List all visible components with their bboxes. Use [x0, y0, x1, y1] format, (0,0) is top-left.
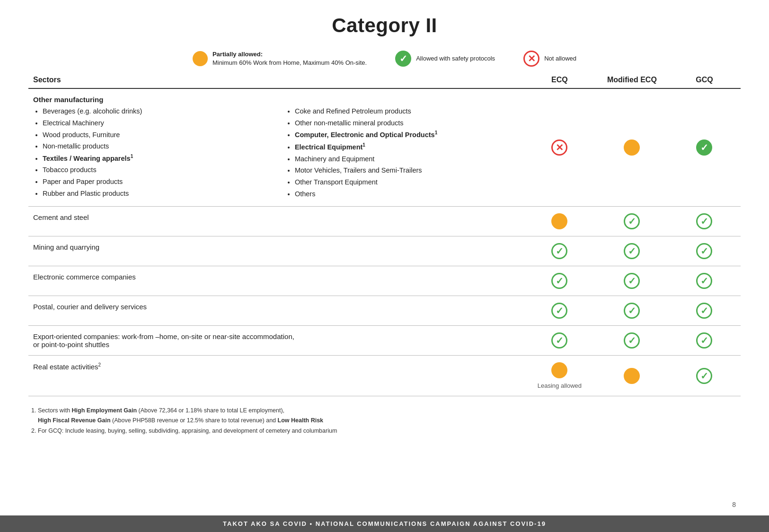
gcq-icon-ecommerce: ✓ [673, 273, 736, 289]
gcq-icon-cell-mining: ✓ [668, 236, 741, 266]
gcq-icon-cell-postal: ✓ [668, 296, 741, 326]
ecq-icon-cell-postal: ✓ [523, 296, 596, 326]
ecq-icon-cement [528, 213, 591, 229]
check-green-outline-icon: ✓ [551, 303, 567, 319]
leasing-label: Leasing allowed [538, 382, 582, 389]
check-green-outline-icon: ✓ [696, 213, 712, 229]
table-row: Cement and steel ✓ ✓ [28, 207, 741, 236]
gcq-icon-cell-ecommerce: ✓ [668, 266, 741, 296]
legend-partial: Partially allowed: Minimum 60% Work from… [193, 50, 367, 67]
list-item: Paper and Paper products [43, 176, 266, 188]
ecq-icon-cell-cement [523, 207, 596, 236]
sector-bold-label: Other manufacturing [33, 96, 519, 104]
sector-postal: Postal, courier and delivery services [28, 296, 523, 326]
modified-ecq-icon-mining: ✓ [601, 243, 663, 259]
partial-icon [193, 51, 208, 66]
page-title: Category II [28, 14, 741, 37]
ecq-icon-ecommerce: ✓ [528, 273, 591, 289]
list-item: Computer, Electronic and Optical Product… [295, 129, 519, 141]
list-item: Textiles / Wearing apparels1 [43, 152, 266, 164]
check-green-outline-icon: ✓ [551, 273, 567, 289]
footnote-1: Sectors with High Employment Gain (Above… [38, 406, 741, 426]
list-item: Tobacco products [43, 164, 266, 176]
modified-ecq-icon-cell-cement: ✓ [596, 207, 668, 236]
ecq-icon-real-estate: Leasing allowed [528, 362, 591, 389]
table-row: Real estate activities2 Leasing allowed [28, 356, 741, 396]
check-green-outline-icon: ✓ [551, 332, 567, 349]
x-red-icon: ✕ [551, 140, 567, 156]
bullet-col-right: Coke and Refined Petroleum products Othe… [285, 105, 519, 200]
gcq-icon-cell-export: ✓ [668, 326, 741, 356]
check-green-outline-icon: ✓ [551, 243, 567, 259]
check-green-outline-icon: ✓ [624, 303, 640, 319]
col-header-sector: Sectors [28, 72, 523, 88]
modified-ecq-icon-real-estate [601, 368, 663, 384]
gcq-icon-mining: ✓ [673, 243, 736, 259]
ecq-icon-export: ✓ [528, 332, 591, 349]
list-item: Beverages (e.g. alcoholic drinks) [43, 105, 266, 117]
list-item: Non-metallic products [43, 140, 266, 152]
check-green-outline-icon: ✓ [624, 273, 640, 289]
modified-ecq-icon-cell-ecommerce: ✓ [596, 266, 668, 296]
check-green-outline-icon: ✓ [696, 273, 712, 289]
legend-not-allowed: ✕ Not allowed [523, 51, 576, 67]
circle-orange-icon [551, 362, 567, 378]
gcq-icon-export: ✓ [673, 332, 736, 349]
modified-ecq-icon-cell-manufacturing [596, 88, 668, 206]
legend-allowed-text: Allowed with safety protocols [416, 54, 495, 63]
modified-ecq-icon-cell-real-estate [596, 356, 668, 396]
modified-ecq-icon-cell-mining: ✓ [596, 236, 668, 266]
ecq-icon-mining: ✓ [528, 243, 591, 259]
gcq-icon-cell-cement: ✓ [668, 207, 741, 236]
page-number: 8 [732, 501, 736, 508]
gcq-icon-cell-real-estate: ✓ [668, 356, 741, 396]
col-header-modified-ecq: Modified ECQ [596, 72, 668, 88]
legend-partial-text: Partially allowed: Minimum 60% Work from… [212, 50, 367, 67]
list-item: Coke and Refined Petroleum products [295, 105, 519, 117]
not-allowed-icon: ✕ [523, 51, 539, 67]
modified-ecq-icon-ecommerce: ✓ [601, 273, 663, 289]
footer-bar: TAKOT AKO SA COVID • NATIONAL COMMUNICAT… [0, 515, 769, 532]
gcq-icon-manufacturing: ✓ [673, 140, 736, 156]
footer-text: TAKOT AKO SA COVID • NATIONAL COMMUNICAT… [223, 520, 546, 527]
table-row: Postal, courier and delivery services ✓ … [28, 296, 741, 326]
check-green-outline-icon: ✓ [696, 303, 712, 319]
allowed-icon: ✓ [395, 51, 411, 67]
check-green-outline-icon: ✓ [624, 243, 640, 259]
list-item: Other Transport Equipment [295, 176, 519, 188]
sector-other-manufacturing: Other manufacturing Beverages (e.g. alco… [28, 88, 523, 206]
sector-real-estate: Real estate activities2 [28, 356, 523, 396]
gcq-icon-cell-manufacturing: ✓ [668, 88, 741, 206]
ecq-icon-cell-ecommerce: ✓ [523, 266, 596, 296]
modified-ecq-icon-postal: ✓ [601, 303, 663, 319]
main-table: Sectors ECQ Modified ECQ GCQ Other manuf… [28, 72, 741, 396]
page-container: Category II Partially allowed: Minimum 6… [0, 0, 769, 532]
modified-ecq-icon-export: ✓ [601, 332, 663, 349]
gcq-icon-postal: ✓ [673, 303, 736, 319]
ecq-icon-postal: ✓ [528, 303, 591, 319]
legend-allowed: ✓ Allowed with safety protocols [395, 51, 495, 67]
list-item: Electrical Machinery [43, 117, 266, 129]
check-green-outline-icon: ✓ [624, 213, 640, 229]
table-header-row: Sectors ECQ Modified ECQ GCQ [28, 72, 741, 88]
list-item: Motor Vehicles, Trailers and Semi-Traile… [295, 165, 519, 176]
list-item: Machinery and Equipment [295, 153, 519, 165]
gcq-icon-cement: ✓ [673, 213, 736, 229]
table-row: Other manufacturing Beverages (e.g. alco… [28, 88, 741, 206]
sector-mining: Mining and quarrying [28, 236, 523, 266]
list-item: Wood products, Furniture [43, 129, 266, 141]
table-row: Mining and quarrying ✓ ✓ ✓ [28, 236, 741, 266]
sector-ecommerce: Electronic commerce companies [28, 266, 523, 296]
modified-ecq-icon-manufacturing [601, 140, 663, 156]
circle-orange-icon [624, 368, 640, 384]
legend-not-allowed-text: Not allowed [544, 54, 576, 63]
list-item: Others [295, 188, 519, 200]
check-green-icon: ✓ [696, 140, 712, 156]
ecq-icon-cell-export: ✓ [523, 326, 596, 356]
sector-cement-steel: Cement and steel [28, 207, 523, 236]
list-item: Other non-metallic mineral products [295, 117, 519, 129]
check-green-outline-icon: ✓ [696, 368, 712, 384]
footnote-2: For GCQ: Include leasing, buying, sellin… [38, 426, 741, 436]
check-green-outline-icon: ✓ [624, 332, 640, 349]
modified-ecq-icon-cell-export: ✓ [596, 326, 668, 356]
